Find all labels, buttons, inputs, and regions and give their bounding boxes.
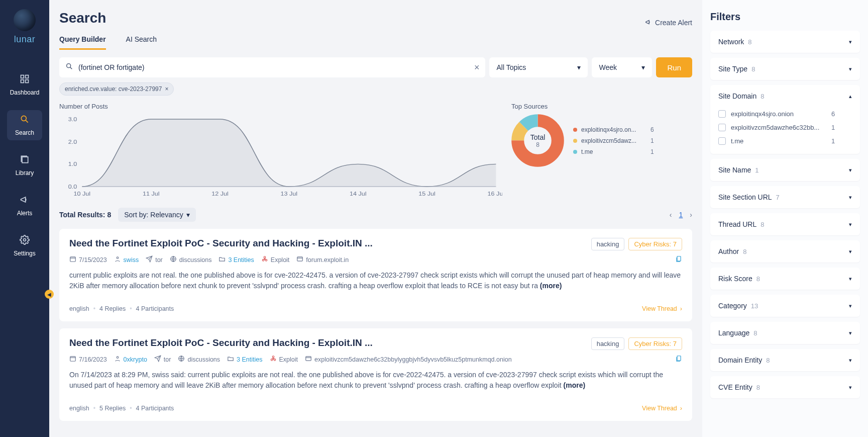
legend-label: exploitivzcm5dawz... — [581, 137, 646, 144]
page-title: Search — [59, 10, 106, 26]
filter-group: Site Domain 8 ▴ exploitinqx4sjro.onion 6… — [710, 85, 860, 154]
filter-option[interactable]: exploitivzcm5dawzhe6c32bb... 1 — [718, 121, 852, 134]
filter-name: Author — [718, 247, 739, 255]
view-thread-link[interactable]: View Thread › — [642, 405, 682, 412]
legend-label: t.me — [581, 148, 646, 155]
results-list: Need the Fortinet Exploit PoC - Security… — [59, 229, 692, 421]
copy-document-icon[interactable] — [675, 355, 682, 364]
meta-replies: 5 Replies — [99, 405, 126, 412]
create-alert-button[interactable]: Create Alert — [645, 19, 692, 27]
chevron-down-icon: ▾ — [849, 66, 852, 72]
range-dropdown[interactable]: Week ▾ — [592, 57, 652, 77]
chevron-down-icon: ▾ — [849, 384, 852, 391]
svg-point-8 — [67, 64, 71, 68]
result-title: Need the Fortinet Exploit PoC - Security… — [69, 337, 373, 348]
svg-point-26 — [117, 257, 119, 259]
svg-text:16 Jul: 16 Jul — [488, 191, 502, 197]
tab-ai-search[interactable]: AI Search — [126, 35, 157, 50]
filter-header[interactable]: Author 8 ▾ — [710, 240, 860, 263]
chevron-down-icon: ▾ — [849, 276, 852, 282]
view-thread-link[interactable]: View Thread › — [642, 305, 682, 312]
remove-chip-icon[interactable]: × — [165, 85, 168, 93]
svg-text:0.0: 0.0 — [68, 184, 77, 190]
meta-author[interactable]: swiss — [114, 255, 139, 264]
clear-query-icon[interactable]: × — [474, 62, 480, 73]
meta-domain: forum.exploit.in — [296, 255, 349, 264]
filter-header[interactable]: Category 13 ▾ — [710, 295, 860, 317]
svg-line-9 — [70, 67, 72, 69]
filter-name: Language — [718, 329, 749, 337]
checkbox-icon[interactable] — [718, 124, 726, 131]
filter-header[interactable]: Network 8 ▾ — [710, 31, 860, 53]
brand-logo: lunar — [14, 9, 36, 45]
window-icon — [305, 355, 312, 364]
checkbox-icon[interactable] — [718, 137, 726, 145]
nav-dashboard[interactable]: Dashboard — [7, 70, 42, 100]
svg-line-5 — [26, 120, 28, 123]
filter-group: Author 8 ▾ — [710, 240, 860, 263]
sidebar-collapse-toggle[interactable]: ◀ — [45, 290, 54, 299]
filter-name: Category — [718, 302, 747, 310]
range-dropdown-label: Week — [599, 63, 617, 71]
library-icon — [20, 154, 30, 169]
legend-dot-icon — [573, 128, 577, 132]
filter-group: Domain Entity 8 ▾ — [710, 349, 860, 371]
page-next-icon[interactable]: › — [690, 211, 692, 219]
page-number[interactable]: 1 — [679, 211, 683, 219]
meta-entities[interactable]: 3 Entities — [219, 255, 254, 264]
filter-groups: Network 8 ▾ Site Type 8 ▾ Site Domain 8 … — [710, 31, 860, 398]
filter-group: Site Name 1 ▾ — [710, 159, 860, 181]
topics-dropdown[interactable]: All Topics ▾ — [489, 57, 588, 77]
tag-badge: hacking — [591, 337, 625, 350]
nav-settings[interactable]: Settings — [7, 231, 42, 261]
chevron-down-icon: ▾ — [849, 221, 852, 228]
filter-chip[interactable]: enriched.cve.value: cve-2023-27997 × — [59, 82, 174, 96]
filter-option[interactable]: t.me 1 — [718, 134, 852, 148]
filter-option-label: t.me — [731, 137, 826, 145]
megaphone-icon — [645, 19, 652, 27]
filters-title: Filters — [710, 11, 860, 23]
filter-header[interactable]: Site Name 1 ▾ — [710, 159, 860, 181]
query-input[interactable] — [78, 63, 474, 71]
filter-header[interactable]: Site Type 8 ▾ — [710, 58, 860, 80]
more-link[interactable]: (more) — [564, 381, 586, 389]
filter-chip-label: enriched.cve.value: cve-2023-27997 — [65, 85, 162, 93]
window-icon — [296, 255, 303, 264]
page-prev-icon[interactable]: ‹ — [670, 211, 672, 219]
svg-rect-0 — [21, 75, 24, 78]
filter-option[interactable]: exploitinqx4sjro.onion 6 — [718, 107, 852, 121]
run-button[interactable]: Run — [656, 57, 692, 77]
nav-search[interactable]: Search — [7, 110, 42, 140]
nav-library[interactable]: Library — [7, 150, 42, 181]
filter-header[interactable]: Site Section URL 7 ▾ — [710, 186, 860, 208]
more-link[interactable]: (more) — [540, 282, 562, 290]
filter-group: Language 8 ▾ — [710, 322, 860, 344]
checkbox-icon[interactable] — [718, 110, 726, 118]
legend-label: exploitinqx4sjro.on... — [581, 126, 646, 133]
globe-icon — [170, 255, 177, 264]
filter-header[interactable]: Risk Score 8 ▾ — [710, 268, 860, 290]
chevron-right-icon: › — [680, 305, 682, 312]
search-icon — [20, 114, 30, 129]
search-box[interactable]: × — [59, 57, 485, 77]
meta-author[interactable]: 0xkrypto — [114, 355, 147, 364]
filter-header[interactable]: Domain Entity 8 ▾ — [710, 349, 860, 371]
svg-point-4 — [21, 116, 26, 121]
sources-title: Top Sources — [511, 103, 692, 110]
svg-rect-1 — [26, 75, 29, 78]
svg-text:1.0: 1.0 — [68, 162, 77, 167]
meta-entities[interactable]: 3 Entities — [227, 355, 262, 364]
filter-group: Thread URL 8 ▾ — [710, 213, 860, 235]
sort-dropdown[interactable]: Sort by: Relevancy ▾ — [118, 208, 196, 222]
main: Search Create Alert Query Builder AI Sea… — [49, 0, 868, 437]
filter-header[interactable]: CVE Entity 8 ▾ — [710, 376, 860, 398]
filter-header[interactable]: Site Domain 8 ▴ — [710, 85, 860, 107]
filter-name: Site Section URL — [718, 193, 772, 201]
nav-alerts[interactable]: Alerts — [7, 191, 42, 221]
filter-option-count: 1 — [831, 137, 835, 145]
tab-query-builder[interactable]: Query Builder — [59, 35, 106, 50]
dashboard-icon — [20, 74, 30, 89]
copy-document-icon[interactable] — [675, 255, 682, 264]
filter-header[interactable]: Language 8 ▾ — [710, 322, 860, 344]
filter-header[interactable]: Thread URL 8 ▾ — [710, 213, 860, 235]
